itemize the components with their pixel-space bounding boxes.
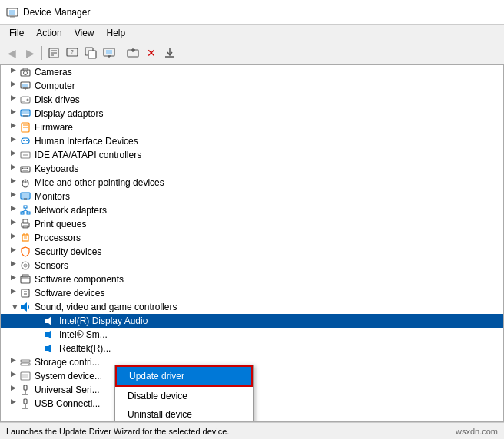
tree-item-computer[interactable]: ▶ Computer <box>1 79 503 93</box>
expand-sound[interactable]: ▶ <box>7 301 19 313</box>
expand-mice[interactable]: ▶ <box>7 177 19 189</box>
display-label: Display adaptors <box>35 108 103 119</box>
intel-sm-icon <box>44 328 56 341</box>
expand-monitors[interactable]: ▶ <box>7 190 19 203</box>
expand-keyboards[interactable]: ▶ <box>7 163 19 175</box>
tree-item-sound[interactable]: ▶ Sound, video and game controllers <box>1 300 503 314</box>
expand-cameras[interactable]: ▶ <box>7 66 19 78</box>
menu-file[interactable]: File <box>3 26 30 40</box>
ide-label: IDE ATA/ATAPI controllers <box>35 150 141 160</box>
svg-rect-53 <box>21 212 24 214</box>
expand-ide[interactable]: ▶ <box>7 149 19 161</box>
svg-rect-44 <box>27 168 28 170</box>
properties-button[interactable] <box>45 45 62 61</box>
update-driver-button[interactable]: ? <box>64 45 81 61</box>
status-text: Launches the Update Driver Wizard for th… <box>6 427 229 436</box>
expand-display[interactable]: ▶ <box>7 107 19 120</box>
intel-display-icon <box>44 315 56 327</box>
expand-security[interactable]: ▶ <box>7 246 19 258</box>
svg-rect-1 <box>9 10 15 15</box>
tree-item-ide[interactable]: ▶ IDE ATA/ATAPI controllers <box>1 148 503 162</box>
main-content: ▶ Cameras ▶ Computer ▶ Disk drives ▶ <box>0 64 504 422</box>
svg-rect-71 <box>22 289 29 297</box>
svg-rect-31 <box>22 111 29 114</box>
expand-computer[interactable]: ▶ <box>7 80 19 92</box>
menu-view[interactable]: View <box>68 26 101 40</box>
tree-item-security[interactable]: ▶ Security devices <box>1 245 503 259</box>
expand-systemdevices[interactable]: ▶ <box>7 370 19 382</box>
svg-rect-24 <box>22 84 28 87</box>
sound-label: Sound, video and game controllers <box>35 302 177 312</box>
realtek-label: Realtek(R)... <box>59 343 111 354</box>
svg-point-21 <box>24 71 28 75</box>
remove-button[interactable]: ✕ <box>143 45 160 61</box>
context-menu-update-driver[interactable]: Update driver <box>115 365 253 387</box>
tree-item-sensors[interactable]: ▶ Sensors <box>1 259 503 272</box>
download-button[interactable] <box>161 45 178 61</box>
tree-item-intel-sm[interactable]: - Intel® Sm... <box>1 328 503 342</box>
systemdevices-icon <box>19 370 32 382</box>
ide-icon <box>19 149 32 161</box>
status-bar: Launches the Update Driver Wizard for th… <box>0 422 504 439</box>
expand-softwaredevices[interactable]: ▶ <box>7 287 19 299</box>
tree-item-display[interactable]: ▶ Display adaptors <box>1 107 503 120</box>
menu-help[interactable]: Help <box>101 26 132 40</box>
expand-network[interactable]: ▶ <box>7 204 19 216</box>
expand-intel-display: - <box>32 315 44 327</box>
network-icon <box>19 204 32 216</box>
forward-button[interactable]: ▶ <box>22 45 38 61</box>
svg-rect-62 <box>24 236 27 239</box>
back-button[interactable]: ◀ <box>3 45 20 61</box>
tree-item-softwaredevices[interactable]: ▶ Software devices <box>1 286 503 300</box>
tree-item-softwarecomponents[interactable]: ▶ Software components <box>1 272 503 286</box>
tree-item-mice[interactable]: ▶ Mice and other pointing devices <box>1 176 503 190</box>
expand-universalserial[interactable]: ▶ <box>7 384 19 396</box>
tree-item-hid[interactable]: ▶ Human Interface Devices <box>1 134 503 148</box>
monitors-icon <box>19 190 32 203</box>
svg-rect-45 <box>23 170 28 171</box>
universalserial-icon <box>19 384 32 396</box>
svg-rect-74 <box>21 305 24 309</box>
svg-rect-77 <box>45 346 48 351</box>
storagecontrollers-label: Storage contri... <box>35 357 100 368</box>
usbconnect-label: USB Connecti... <box>35 398 100 409</box>
tree-item-realtek[interactable]: - Realtek(R)... <box>1 342 503 355</box>
display-icon <box>19 107 32 120</box>
context-menu-uninstall-device[interactable]: Uninstall device <box>115 405 253 422</box>
processors-label: Processors <box>35 233 81 243</box>
expand-sensors[interactable]: ▶ <box>7 259 19 272</box>
device-tree[interactable]: ▶ Cameras ▶ Computer ▶ Disk drives ▶ <box>0 64 504 422</box>
tree-item-firmware[interactable]: ▶ Firmware <box>1 120 503 134</box>
tree-item-keyboards[interactable]: ▶ Keyboards <box>1 162 503 176</box>
tree-item-cameras[interactable]: ▶ Cameras <box>1 65 503 79</box>
tree-item-monitors[interactable]: ▶ Monitors <box>1 190 503 203</box>
svg-rect-84 <box>24 385 27 390</box>
svg-rect-12 <box>106 50 112 54</box>
tree-item-network[interactable]: ▶ Network adapters <box>1 203 503 217</box>
context-menu-disable-device[interactable]: Disable device <box>115 387 253 405</box>
toolbar: ◀ ▶ ? <box>0 41 504 64</box>
expand-diskdrives[interactable]: ▶ <box>7 94 19 106</box>
tree-item-intel-display[interactable]: - Intel(R) Display Audio <box>1 314 503 328</box>
add-button[interactable] <box>124 45 141 61</box>
expand-usbconnect[interactable]: ▶ <box>7 398 19 410</box>
tree-item-print[interactable]: ▶ Print queues <box>1 217 503 231</box>
expand-storagecontrollers[interactable]: ▶ <box>7 356 19 368</box>
firmware-label: Firmware <box>35 122 73 133</box>
app-icon <box>6 6 18 18</box>
svg-point-37 <box>23 140 25 141</box>
computer-icon <box>19 80 32 92</box>
expand-firmware[interactable]: ▶ <box>7 121 19 134</box>
expand-softwarecomponents[interactable]: ▶ <box>7 273 19 286</box>
diskdrives-label: Disk drives <box>35 94 80 105</box>
svg-rect-50 <box>22 193 29 198</box>
toolbar-separator-2 <box>121 46 121 60</box>
tree-item-processors[interactable]: ▶ Processors <box>1 231 503 245</box>
scan-button[interactable] <box>82 45 99 61</box>
monitor-button[interactable] <box>101 45 118 61</box>
expand-hid[interactable]: ▶ <box>7 135 19 147</box>
expand-print[interactable]: ▶ <box>7 218 19 230</box>
menu-action[interactable]: Action <box>30 26 68 40</box>
expand-processors[interactable]: ▶ <box>7 232 19 244</box>
tree-item-diskdrives[interactable]: ▶ Disk drives <box>1 93 503 107</box>
